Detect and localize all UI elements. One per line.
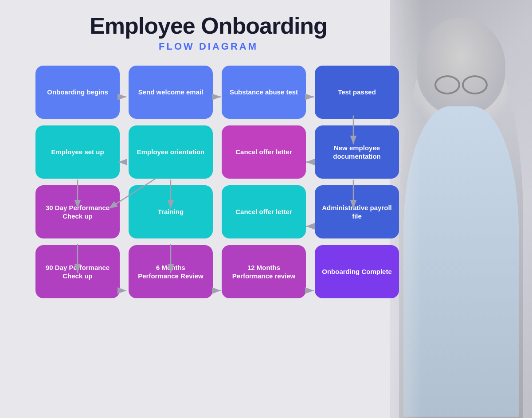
page-subtitle: FLOW DIAGRAM: [27, 41, 390, 52]
node-substance-abuse-test: Substance abuse test: [222, 66, 306, 119]
node-90-day-perf: 90 Day Performance Check up: [35, 245, 120, 298]
node-30-day-perf: 30 Day Performance Check up: [35, 185, 120, 238]
node-admin-payroll: Administrative payroll file: [315, 185, 399, 238]
node-onboarding-complete: Onboarding Complete: [315, 245, 399, 298]
diagram-wrapper: Onboarding begins Send welcome email Sub…: [31, 66, 395, 298]
node-12-months-review: 12 Months Performance review: [222, 245, 306, 298]
node-send-welcome-email: Send welcome email: [129, 66, 213, 119]
page-title: Employee Onboarding: [27, 13, 390, 39]
node-6-months-review: 6 Months Performance Review: [129, 245, 213, 298]
node-employee-setup: Employee set up: [35, 125, 120, 179]
node-new-employee-docs: New employee documentation: [315, 125, 399, 179]
main-content: Employee Onboarding FLOW DIAGRAM: [0, 0, 399, 307]
node-employee-orientation: Employee orientation: [129, 125, 213, 179]
node-training: Training: [129, 185, 213, 238]
glasses-icon: [432, 75, 490, 93]
node-test-passed: Test passed: [315, 66, 399, 119]
background-photo: [390, 0, 532, 418]
flow-diagram: Onboarding begins Send welcome email Sub…: [35, 66, 395, 298]
title-section: Employee Onboarding FLOW DIAGRAM: [27, 13, 390, 52]
person-body: [403, 106, 519, 417]
node-cancel-offer-letter-2: Cancel offer letter: [222, 185, 306, 238]
person-face: [417, 18, 505, 115]
node-onboarding-begins: Onboarding begins: [35, 66, 120, 119]
node-cancel-offer-letter-1: Cancel offer letter: [222, 125, 306, 179]
